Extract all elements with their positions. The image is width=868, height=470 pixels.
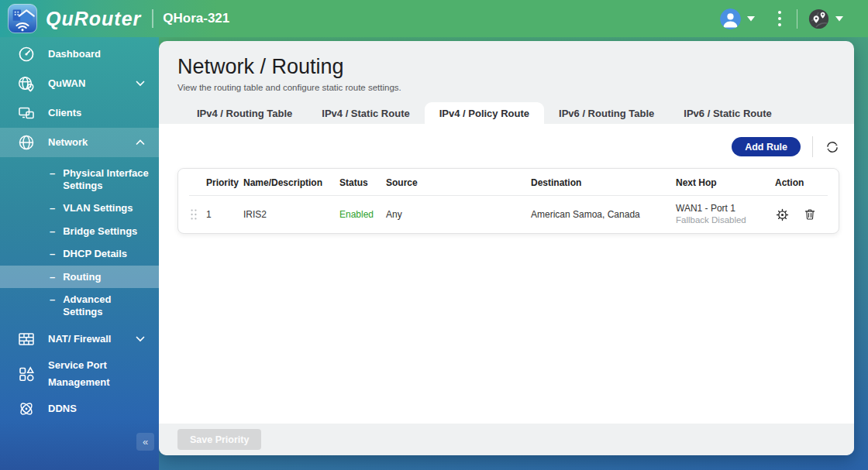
add-rule-button[interactable]: Add Rule: [732, 137, 801, 156]
toolbar-divider: [812, 136, 813, 157]
subitem-label: Physical Interface Settings: [63, 167, 153, 191]
device-name: QHora-321: [163, 11, 229, 26]
sidebar-item-label: NAT/ Firewall: [48, 331, 136, 348]
panel-header: Network / Routing View the routing table…: [159, 41, 854, 124]
chevron-up-icon: [136, 139, 145, 146]
subitem-bullet: –: [50, 225, 55, 238]
tab-ipv4-static-route[interactable]: IPv4 / Static Route: [307, 102, 424, 124]
subitem-bullet: –: [50, 202, 55, 214]
sidebar-subitem-physical-interface-settings[interactable]: – Physical Interface Settings: [0, 162, 159, 197]
chevron-down-icon: [136, 336, 145, 342]
ddns-atom-icon: [17, 400, 36, 418]
row-name: IRIS2: [243, 209, 339, 220]
tab-content: Add Rule Priority Name/Description Statu…: [159, 124, 854, 424]
page-title: Network / Routing: [177, 55, 835, 78]
save-priority-button[interactable]: Save Priority: [177, 429, 261, 450]
edit-rule-gear-icon[interactable]: [775, 208, 790, 222]
network-sub-list: – Physical Interface Settings – VLAN Set…: [0, 157, 159, 324]
subitem-label: Advanced Settings: [63, 293, 153, 317]
sidebar-item-ddns[interactable]: DDNS: [0, 394, 159, 424]
brand-logotype: QuRouter: [46, 8, 141, 30]
sidebar-item-dashboard[interactable]: Dashboard: [0, 39, 159, 69]
tab-ipv4-routing-table[interactable]: IPv4 / Routing Table: [182, 102, 307, 124]
sidebar-item-service-port-management[interactable]: Service Port Management: [0, 354, 159, 394]
sidebar-subitem-advanced-settings[interactable]: – Advanced Settings: [0, 288, 159, 323]
subitem-bullet: –: [50, 293, 55, 306]
col-name-description: Name/Description: [243, 177, 339, 188]
subitem-bullet: –: [50, 248, 55, 260]
col-source: Source: [386, 177, 531, 188]
region-globe-icon[interactable]: [808, 9, 829, 29]
dashboard-gauge-icon: [17, 45, 36, 63]
subitem-label: DHCP Details: [63, 248, 127, 260]
toolbar: Add Rule: [159, 124, 854, 157]
subitem-label: VLAN Settings: [63, 202, 133, 214]
sidebar-item-label: DDNS: [48, 400, 159, 417]
col-priority: Priority: [206, 177, 243, 188]
sidebar-item-label: Network: [48, 134, 136, 151]
page-subtitle: View the routing table and configure sta…: [177, 83, 835, 92]
next-hop-interface: WAN1 - Port 1: [676, 203, 775, 214]
row-actions: [775, 208, 839, 222]
sidebar-subitem-bridge-settings[interactable]: – Bridge Settings: [0, 220, 159, 243]
sidebar-subitem-vlan-settings[interactable]: – VLAN Settings: [0, 197, 159, 220]
chevron-down-icon: [136, 81, 145, 87]
row-next-hop: WAN1 - Port 1 Fallback Disabled: [676, 203, 775, 226]
drag-handle-icon[interactable]: [178, 208, 206, 221]
user-avatar-icon[interactable]: [720, 9, 741, 29]
kebab-menu-icon[interactable]: [775, 8, 784, 29]
col-action: Action: [775, 177, 839, 188]
next-hop-fallback-status: Fallback Disabled: [676, 214, 775, 226]
subitem-label: Routing: [63, 271, 101, 283]
col-destination: Destination: [531, 177, 676, 188]
sidebar-item-label: Dashboard: [48, 46, 159, 63]
panel-footer: Save Priority: [159, 424, 854, 455]
sidebar-subitem-routing[interactable]: – Routing: [0, 266, 159, 289]
sidebar-item-nat-firewall[interactable]: NAT/ Firewall: [0, 324, 159, 354]
sidebar-nav: Dashboard QuWAN Clients: [0, 37, 159, 470]
subitem-bullet: –: [50, 167, 55, 180]
subitem-bullet: –: [50, 271, 55, 283]
tab-ipv6-routing-table[interactable]: IPv6 / Routing Table: [544, 102, 669, 124]
row-priority: 1: [206, 209, 243, 220]
sidebar-collapse-button[interactable]: «: [136, 433, 154, 451]
clients-devices-icon: [17, 104, 36, 122]
region-menu-caret-icon[interactable]: [835, 16, 843, 22]
sidebar-item-label: Service Port Management: [48, 357, 159, 391]
table-row: 1 IRIS2 Enabled Any American Samoa, Cana…: [178, 196, 839, 233]
policy-route-table: Priority Name/Description Status Source …: [177, 168, 839, 234]
main-panel: Network / Routing View the routing table…: [159, 41, 854, 455]
sidebar-item-quwan[interactable]: QuWAN: [0, 69, 159, 98]
row-status-enabled: Enabled: [339, 209, 386, 220]
subitem-label: Bridge Settings: [63, 225, 137, 238]
tab-ipv4-policy-route[interactable]: IPv4 / Policy Route: [425, 102, 544, 124]
tab-ipv6-static-route[interactable]: IPv6 / Static Route: [669, 102, 786, 124]
service-port-shapes-icon: [17, 365, 36, 383]
user-menu-caret-icon[interactable]: [747, 16, 755, 22]
row-destination: American Samoa, Canada: [531, 209, 676, 220]
col-status: Status: [339, 177, 386, 188]
sidebar-item-clients[interactable]: Clients: [0, 98, 159, 128]
network-globe-icon: [17, 133, 36, 152]
topbar-right-divider: [797, 9, 797, 29]
sidebar-subitem-dhcp-details[interactable]: – DHCP Details: [0, 242, 159, 266]
table-header-row: Priority Name/Description Status Source …: [178, 169, 839, 196]
firewall-brick-wall-icon: [17, 330, 36, 348]
quwan-globe-pin-icon: [17, 74, 36, 93]
refresh-icon[interactable]: [825, 139, 840, 155]
sidebar-item-network[interactable]: Network: [0, 128, 159, 157]
row-source: Any: [386, 209, 531, 220]
topbar: QuRouter QHora-321: [0, 0, 868, 37]
sidebar-item-label: QuWAN: [48, 75, 136, 92]
topbar-divider: [152, 9, 153, 28]
sidebar-item-label: Clients: [48, 105, 159, 122]
delete-rule-trash-icon[interactable]: [803, 208, 817, 221]
col-next-hop: Next Hop: [676, 177, 775, 188]
qurouter-app-logo-icon: [8, 4, 37, 33]
tabbar: IPv4 / Routing Table IPv4 / Static Route…: [177, 102, 835, 124]
